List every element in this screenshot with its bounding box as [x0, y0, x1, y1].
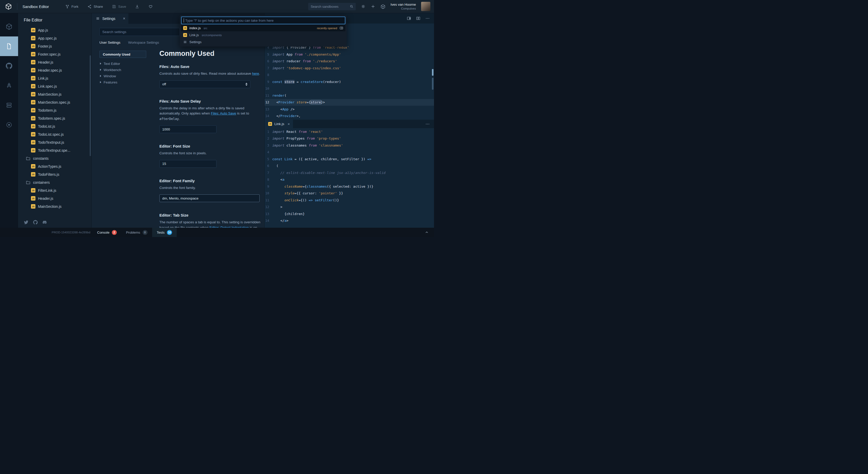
code-line[interactable]: 5const Link = ({ active, children, setFi… — [265, 156, 434, 162]
twitter-icon[interactable] — [24, 220, 28, 225]
settings-tree-item[interactable]: Workbench — [99, 67, 159, 73]
file-item[interactable]: JSLink.spec.js — [18, 82, 91, 90]
tests-tab[interactable]: Tests 10 — [152, 228, 177, 237]
file-item[interactable]: JSTodoFilters.js — [18, 170, 91, 178]
file-item[interactable]: JSApp.js — [18, 26, 91, 34]
explorer-scrollbar[interactable] — [90, 55, 91, 156]
code-line[interactable]: 9const store = createStore(reducer) — [265, 78, 434, 85]
problems-tab[interactable]: Problems 0 — [121, 228, 152, 237]
file-item[interactable]: JSFooter.spec.js — [18, 50, 91, 58]
download-button[interactable] — [135, 4, 140, 9]
sandbox-search-input[interactable] — [308, 3, 356, 10]
app-logo[interactable] — [0, 3, 17, 10]
settings-tree-item[interactable]: Features — [99, 79, 159, 85]
code-line[interactable]: 13 {children} — [265, 210, 434, 217]
file-item[interactable]: JSTodoList.js — [18, 122, 91, 130]
close-icon[interactable]: × — [287, 122, 290, 126]
setting-link[interactable]: Files: Auto Save — [211, 111, 236, 115]
rail-item-deploy[interactable] — [0, 76, 18, 95]
file-item[interactable]: JSLink.js — [18, 74, 91, 82]
code-line[interactable]: 12 > — [265, 204, 434, 211]
code-line[interactable]: 9 className={classnames({ selected: acti… — [265, 183, 434, 190]
scrollbar-thumb[interactable] — [432, 78, 433, 90]
tab-settings[interactable]: Settings × — [92, 13, 128, 24]
settings-search-input[interactable] — [99, 28, 180, 36]
open-preview-button[interactable] — [407, 16, 411, 21]
file-item[interactable]: JSMainSection.js — [18, 202, 91, 210]
github-icon[interactable] — [33, 220, 38, 225]
file-item[interactable]: JSApp.spec.js — [18, 34, 91, 42]
save-button[interactable]: Save — [112, 4, 126, 9]
code-line[interactable]: 6import reducer from './reducers' — [265, 58, 434, 65]
code-line[interactable]: 3import classnames from 'classnames' — [265, 142, 434, 149]
editor-menu-button[interactable] — [425, 16, 430, 21]
file-item[interactable]: JSTodoItem.spec.js — [18, 114, 91, 122]
code-line[interactable]: 8 — [265, 71, 434, 79]
file-item[interactable]: JSHeader.spec.js — [18, 66, 91, 74]
discord-icon[interactable] — [42, 220, 47, 225]
expand-panel-button[interactable] — [425, 230, 429, 234]
code-line[interactable]: 14 </Provider>, — [265, 113, 434, 120]
folder-item[interactable]: containers — [18, 178, 91, 186]
palette-item[interactable]: JSLink.jssrc/components — [181, 32, 345, 38]
code-line[interactable]: 6 ( — [265, 162, 434, 170]
new-sandbox-button[interactable] — [371, 4, 375, 9]
code-line[interactable]: 7 // eslint-disable-next-line jsx-a11y/a… — [265, 169, 434, 176]
rail-item-server[interactable] — [0, 95, 18, 115]
code-line[interactable]: 2import PropTypes from 'prop-types' — [265, 135, 434, 142]
layout-columns-button[interactable] — [416, 16, 421, 21]
close-icon[interactable]: × — [123, 16, 125, 21]
code-line[interactable]: 11 onClick={() => setFilter()} — [265, 197, 434, 204]
file-item[interactable]: JSMainSection.spec.js — [18, 98, 91, 106]
code-line[interactable]: 10 — [265, 85, 434, 92]
code-line[interactable]: 14 </a> — [265, 217, 434, 224]
avatar[interactable] — [421, 2, 430, 11]
setting-select[interactable]: off — [159, 80, 250, 88]
tab-link-js[interactable]: JS Link.js × — [265, 120, 293, 128]
tab-user-settings[interactable]: User Settings — [99, 40, 120, 45]
settings-tree-item[interactable]: Commonly Used — [99, 51, 146, 58]
code-line[interactable]: 5import App from './components/App' — [265, 51, 434, 58]
code-line[interactable]: 12 <Provider store={store}> — [265, 99, 434, 106]
code-line[interactable]: 1import React from 'react' — [265, 128, 434, 135]
quick-open-input[interactable] — [181, 17, 345, 24]
file-item[interactable]: JSFooter.js — [18, 42, 91, 50]
tab-workspace-settings[interactable]: Workspace Settings — [128, 40, 159, 45]
code-line[interactable]: 10 style={{ cursor: 'pointer' }} — [265, 190, 434, 197]
scrollbar-thumb[interactable] — [432, 69, 433, 76]
file-item[interactable]: JSHeader.js — [18, 195, 91, 202]
rail-item-project[interactable] — [0, 17, 18, 36]
user-info[interactable]: Ives van Hoorne Compulves — [391, 2, 416, 10]
file-item[interactable]: JSHeader.js — [18, 58, 91, 66]
dashboard-button[interactable] — [380, 4, 385, 9]
preferences-button[interactable] — [361, 4, 366, 9]
bottom-editor-menu-button[interactable] — [425, 122, 434, 126]
file-item[interactable]: JSFilterLink.js — [18, 186, 91, 195]
code-line[interactable]: 8 <a — [265, 176, 434, 183]
setting-link[interactable]: Editor: Detect Indentation — [210, 226, 249, 228]
settings-tree-item[interactable]: Text Editor — [99, 60, 159, 67]
rail-item-live[interactable] — [0, 115, 18, 135]
file-item[interactable]: JSActionTypes.js — [18, 162, 91, 170]
share-button[interactable]: Share — [87, 4, 103, 9]
file-item[interactable]: JSTodoTextInput.js — [18, 138, 91, 146]
settings-tree-item[interactable]: Window — [99, 73, 159, 79]
setting-input[interactable] — [159, 125, 216, 133]
code-line[interactable]: 4 — [265, 149, 434, 156]
setting-input[interactable] — [159, 195, 259, 202]
folder-item[interactable]: constants — [18, 154, 91, 162]
like-button[interactable] — [148, 4, 153, 9]
fork-button[interactable]: Fork — [65, 4, 79, 9]
code-line[interactable]: 7import 'todomvc-app-css/index.css' — [265, 65, 434, 71]
setting-link[interactable]: here — [252, 71, 259, 76]
palette-item[interactable]: JSindex.jssrcrecently opened — [181, 25, 345, 31]
bottom-code-editor[interactable]: 1import React from 'react'2import PropTy… — [265, 128, 434, 228]
file-item[interactable]: JSTodoList.spec.js — [18, 130, 91, 138]
file-item[interactable]: JSTodoTextInput.spe... — [18, 146, 91, 154]
palette-item[interactable]: Settings — [181, 39, 345, 45]
rail-item-github[interactable] — [0, 56, 18, 76]
rail-item-files[interactable] — [0, 36, 18, 56]
setting-input[interactable] — [159, 160, 216, 168]
console-tab[interactable]: Console 2 — [92, 228, 121, 237]
file-item[interactable]: JSTodoItem.js — [18, 106, 91, 114]
